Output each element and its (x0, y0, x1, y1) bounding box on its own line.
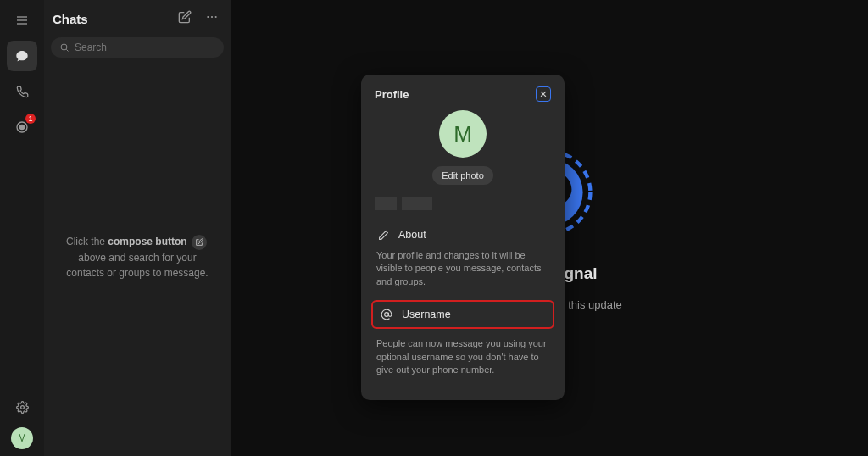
calls-tab-icon[interactable] (7, 76, 37, 107)
stories-tab-icon[interactable] (7, 112, 37, 142)
settings-gear-icon[interactable] (7, 392, 37, 422)
at-icon (380, 309, 393, 320)
about-row[interactable]: About (375, 222, 551, 247)
profile-modal: Profile M Edit photo About Your profile … (361, 75, 565, 400)
svg-point-8 (215, 16, 217, 18)
hamburger-menu-icon[interactable] (7, 5, 37, 36)
edit-photo-button[interactable]: Edit photo (432, 166, 493, 185)
chats-tab-icon[interactable] (7, 41, 37, 71)
svg-point-15 (385, 313, 389, 317)
svg-point-6 (207, 16, 209, 18)
compose-icon[interactable] (175, 7, 195, 31)
svg-line-10 (66, 49, 68, 51)
search-field[interactable] (75, 42, 215, 53)
search-icon (59, 42, 70, 53)
empty-chat-hint: Click the compose button above and searc… (44, 234, 231, 281)
profile-avatar-mini[interactable]: M (11, 427, 33, 449)
svg-point-9 (61, 44, 67, 50)
compose-hint-icon (192, 235, 207, 250)
username-row[interactable]: Username (371, 300, 554, 329)
username-description: People can now message you using your op… (375, 336, 551, 385)
svg-point-5 (20, 405, 24, 409)
about-label: About (398, 229, 426, 241)
more-icon[interactable] (202, 7, 222, 31)
about-description: Your profile and changes to it will be v… (375, 247, 551, 297)
chat-list-title: Chats (53, 12, 168, 26)
profile-avatar[interactable]: M (439, 110, 487, 158)
profile-name-redacted[interactable] (375, 197, 551, 210)
chat-list-pane: Chats Click the compose button above and… (44, 0, 231, 456)
pencil-icon (376, 230, 390, 241)
username-label: Username (402, 309, 451, 320)
svg-point-4 (19, 125, 24, 129)
close-icon[interactable] (536, 86, 551, 102)
profile-modal-title: Profile (375, 88, 409, 101)
svg-point-7 (211, 16, 213, 18)
nav-rail: M (0, 0, 44, 456)
search-input[interactable] (51, 37, 224, 58)
